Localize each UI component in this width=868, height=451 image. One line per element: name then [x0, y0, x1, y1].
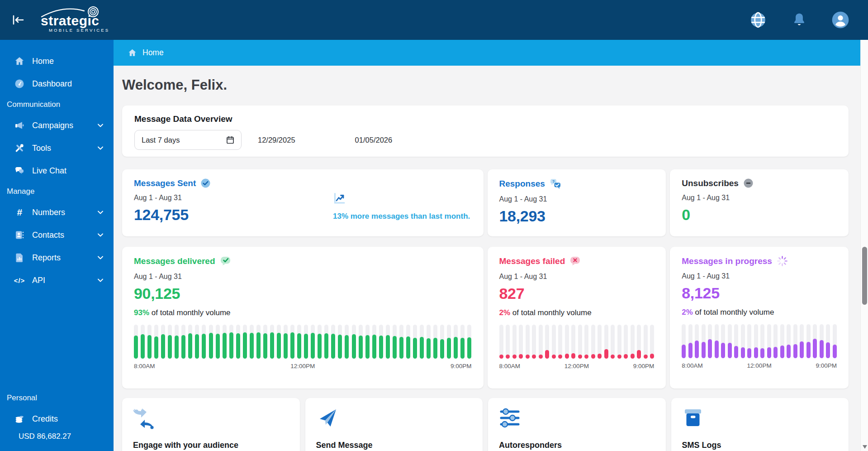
breadcrumb-home-link[interactable]: Home — [142, 48, 164, 58]
page-scrollbar[interactable] — [860, 40, 868, 451]
bar-track — [578, 325, 582, 359]
bar-fill — [229, 332, 233, 359]
spinner-icon — [777, 255, 788, 267]
bar-track — [209, 325, 213, 359]
sidebar-item-dashboard[interactable]: Dashboard — [0, 72, 114, 95]
bar-track — [318, 325, 322, 359]
bar-fill — [611, 355, 615, 359]
bar-fill — [188, 333, 192, 359]
bar-track — [741, 324, 745, 358]
bar-fill — [134, 336, 138, 359]
bar-track — [591, 325, 595, 359]
bar-fill — [195, 334, 199, 359]
bar-track — [532, 325, 536, 359]
svg-text:?: ? — [552, 179, 555, 184]
progress-percent: 2% — [682, 308, 693, 317]
autoresponders-card[interactable]: Autoresponders — [488, 398, 666, 451]
failed-percent-line: 2% of total monthly volume — [499, 308, 655, 317]
bar-track — [695, 324, 699, 358]
send-message-card[interactable]: Send Message — [305, 398, 483, 451]
bar-track — [800, 324, 804, 358]
bar-track — [223, 325, 227, 359]
bar-fill — [584, 355, 588, 359]
bar-track — [290, 325, 294, 359]
x-label: 9:00PM — [451, 363, 472, 369]
bar-fill — [833, 345, 837, 358]
messages-failed-title: Messages failed — [499, 256, 565, 266]
sidebar-item-home[interactable]: Home — [0, 50, 114, 72]
sidebar-item-campaigns[interactable]: Campaigns — [0, 114, 114, 137]
bar-track — [250, 325, 254, 359]
sidebar-item-label: Dashboard — [32, 79, 104, 89]
sidebar-item-reports[interactable]: Reports — [0, 246, 114, 269]
bar-fill — [460, 338, 465, 359]
date-range-select[interactable]: Last 7 days — [134, 130, 242, 150]
avatar-icon — [831, 11, 849, 29]
notifications-bell-button[interactable] — [789, 10, 810, 30]
language-globe-button[interactable] — [748, 10, 768, 30]
bar-track — [611, 325, 615, 359]
bar-track — [780, 324, 784, 358]
bar-track — [399, 325, 403, 359]
user-avatar-button[interactable] — [830, 10, 851, 30]
bar-track — [229, 325, 233, 359]
bar-fill — [290, 332, 294, 359]
bar-fill — [427, 338, 431, 359]
failed-percent: 2% — [499, 308, 511, 317]
bar-track — [386, 325, 390, 359]
engage-audience-card[interactable]: Engage with your audience — [122, 398, 300, 451]
bar-fill — [545, 350, 549, 359]
bar-fill — [243, 332, 247, 359]
x-label: 8:00AM — [682, 362, 703, 369]
responses-value: 18,293 — [499, 207, 655, 225]
bar-fill — [406, 336, 410, 359]
messages-sent-title: Messages Sent — [134, 178, 196, 188]
sidebar-item-api[interactable]: </> API — [0, 269, 114, 292]
bar-fill — [311, 333, 315, 359]
bar-track — [427, 325, 431, 359]
bar-fill — [598, 354, 602, 359]
scrollbar-down-arrow[interactable] — [863, 445, 867, 449]
bar-track — [243, 325, 247, 359]
bar-fill — [263, 333, 267, 359]
bar-track — [324, 325, 328, 359]
bar-track — [728, 324, 732, 358]
x-label: 9:00PM — [633, 363, 655, 369]
bar-track — [161, 325, 165, 359]
overview-title: Message Data Overview — [134, 114, 836, 124]
scrollbar-thumb[interactable] — [862, 247, 867, 305]
bar-fill — [447, 338, 451, 359]
messages-in-progress-title: Messages in progress — [682, 256, 772, 266]
bar-track — [263, 325, 267, 359]
bar-fill — [338, 335, 342, 359]
failed-chart-labels: 8:00AM 12:00PM 9:00PM — [499, 363, 655, 369]
bar-track — [512, 325, 517, 359]
sidebar-item-contacts[interactable]: Contacts — [0, 224, 114, 246]
sidebar-item-numbers[interactable]: # Numbers — [0, 201, 114, 224]
bar-track — [721, 324, 725, 358]
chevron-down-icon — [96, 144, 104, 152]
bar-track — [624, 325, 628, 359]
bar-track — [813, 324, 817, 358]
bar-fill — [526, 355, 530, 359]
unsubscribes-card: Unsubscribes Aug 1 - Aug 31 0 — [670, 169, 849, 236]
bar-fill — [379, 336, 383, 359]
bar-fill — [539, 355, 543, 359]
sidebar-item-label: Live Chat — [32, 166, 104, 176]
end-date[interactable]: 01/05/2026 — [355, 136, 393, 144]
coins-icon — [14, 413, 25, 425]
bar-fill — [734, 346, 738, 358]
sidebar-item-tools[interactable]: Tools — [0, 137, 114, 159]
sidebar-item-live-chat[interactable]: Live Chat — [0, 159, 114, 182]
paper-plane-icon — [316, 407, 472, 430]
progress-percent-line: 2% of total monthly volume — [682, 308, 837, 317]
collapse-sidebar-button[interactable] — [9, 11, 27, 29]
x-label: 12:00PM — [290, 363, 315, 369]
bar-fill — [695, 341, 699, 358]
brand-logo[interactable]: strategic MOBILE SERVICES — [37, 5, 114, 35]
progress-chart-labels: 8:00AM 12:00PM 9:00PM — [682, 362, 837, 369]
engage-audience-label: Engage with your audience — [133, 441, 289, 450]
sidebar-item-credits[interactable]: Credits — [0, 408, 114, 430]
sms-logs-card[interactable]: SMS Logs — [671, 398, 849, 451]
start-date[interactable]: 12/29/2025 — [258, 136, 295, 144]
